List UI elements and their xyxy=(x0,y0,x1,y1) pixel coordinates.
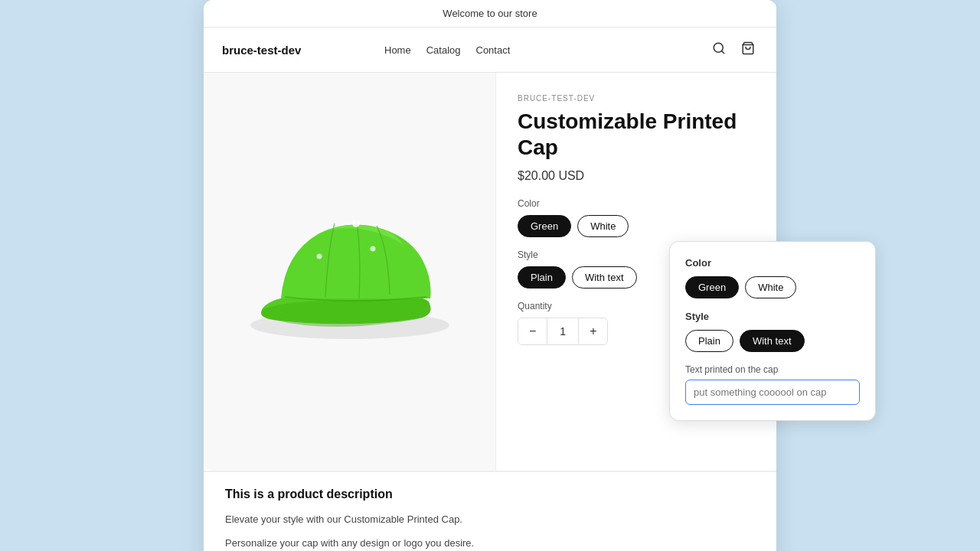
header-icons xyxy=(709,38,758,61)
svg-point-6 xyxy=(370,246,375,252)
description-title: This is a product description xyxy=(225,487,755,501)
announcement-bar: Welcome to our store xyxy=(204,0,776,28)
product-details: BRUCE-TEST-DEV Customizable Printed Cap … xyxy=(496,73,776,471)
popup-style-plain-button[interactable]: Plain xyxy=(685,330,733,352)
nav-home[interactable]: Home xyxy=(384,44,411,56)
search-button[interactable] xyxy=(709,38,729,61)
popup-text-input[interactable] xyxy=(685,380,860,405)
product-price: $20.00 USD xyxy=(518,169,755,183)
quantity-value: 1 xyxy=(547,319,579,344)
quantity-decrease-button[interactable]: − xyxy=(518,318,547,344)
variant-popup: Color Green White Style Plain With text … xyxy=(669,241,876,421)
main-content: BRUCE-TEST-DEV Customizable Printed Cap … xyxy=(204,73,776,471)
style-plain-button[interactable]: Plain xyxy=(518,266,566,289)
popup-color-green-button[interactable]: Green xyxy=(685,276,739,298)
description-section: This is a product description Elevate yo… xyxy=(204,471,776,551)
style-with-text-button[interactable]: With text xyxy=(572,266,637,289)
search-icon xyxy=(712,41,726,55)
cart-icon xyxy=(741,41,755,55)
color-white-button[interactable]: White xyxy=(577,215,629,237)
svg-point-4 xyxy=(352,220,360,227)
product-title: Customizable Printed Cap xyxy=(518,109,755,160)
popup-style-with-text-button[interactable]: With text xyxy=(740,330,805,352)
quantity-control: − 1 + xyxy=(518,318,608,345)
popup-color-label: Color xyxy=(685,257,860,269)
svg-line-1 xyxy=(721,51,724,53)
popup-color-options: Green White xyxy=(685,276,860,298)
color-options: Green White xyxy=(518,215,755,237)
cart-button[interactable] xyxy=(738,38,758,61)
nav-catalog[interactable]: Catalog xyxy=(426,44,461,56)
product-image-area xyxy=(204,73,496,471)
store-window: Welcome to our store bruce-test-dev Home… xyxy=(204,0,776,551)
main-nav: Home Catalog Contact xyxy=(384,44,709,56)
color-label: Color xyxy=(518,198,755,209)
cap-svg xyxy=(243,176,457,367)
popup-style-options: Plain With text xyxy=(685,330,860,352)
description-p1: Elevate your style with our Customizable… xyxy=(225,512,755,528)
quantity-increase-button[interactable]: + xyxy=(579,318,607,344)
color-green-button[interactable]: Green xyxy=(518,215,571,237)
product-image xyxy=(243,172,457,371)
header: bruce-test-dev Home Catalog Contact xyxy=(204,28,776,73)
popup-style-label: Style xyxy=(685,311,860,322)
site-logo[interactable]: bruce-test-dev xyxy=(222,44,384,57)
product-brand: BRUCE-TEST-DEV xyxy=(518,94,755,103)
announcement-text: Welcome to our store xyxy=(443,8,537,19)
nav-contact[interactable]: Contact xyxy=(476,44,511,56)
svg-point-5 xyxy=(316,254,322,259)
description-p2: Personalize your cap with any design or … xyxy=(225,536,755,551)
popup-color-white-button[interactable]: White xyxy=(745,276,796,298)
popup-text-label: Text printed on the cap xyxy=(685,364,860,375)
